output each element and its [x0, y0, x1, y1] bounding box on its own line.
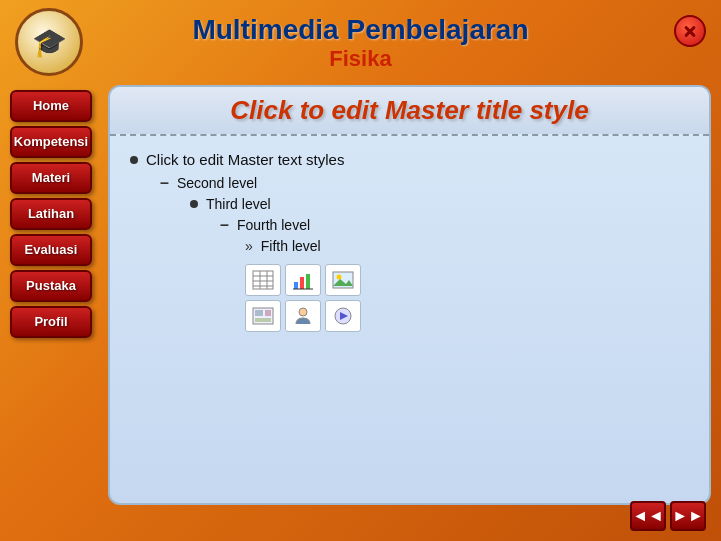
level2-text: Second level [177, 175, 257, 191]
app-title-line2: Fisika [192, 46, 528, 72]
sidebar-item-profil[interactable]: Profil [10, 306, 92, 338]
icon-chart[interactable] [285, 264, 321, 296]
logo-icon: 🎓 [32, 26, 67, 59]
level4-item: – Fourth level [220, 216, 689, 234]
icon-picture[interactable] [325, 264, 361, 296]
icon-row-2 [245, 300, 689, 332]
header: 🎓 Multimedia Pembelajaran Fisika [0, 0, 721, 85]
content-title-bar: Click to edit Master title style [110, 87, 709, 136]
icon-video[interactable] [325, 300, 361, 332]
sidebar-item-latihan[interactable]: Latihan [10, 198, 92, 230]
icon-table[interactable] [245, 264, 281, 296]
level1-item: Click to edit Master text styles [130, 151, 689, 168]
icon-grid [245, 264, 689, 332]
icon-person[interactable] [285, 300, 321, 332]
svg-rect-14 [255, 310, 263, 316]
sidebar-item-kompetensi[interactable]: Kompetensi [10, 126, 92, 158]
close-button[interactable] [674, 15, 706, 47]
content-area: Click to edit Master title style Click t… [108, 85, 711, 505]
master-title: Click to edit Master title style [125, 95, 694, 126]
bullet-icon [130, 156, 138, 164]
app-title-line1: Multimedia Pembelajaran [192, 14, 528, 46]
level2-item: – Second level [160, 174, 689, 192]
svg-rect-15 [265, 310, 271, 316]
sidebar: Home Kompetensi Materi Latihan Evaluasi … [10, 85, 100, 505]
logo: 🎓 [15, 8, 83, 76]
icon-row-1 [245, 264, 689, 296]
guillemet-icon: » [245, 238, 253, 254]
sidebar-item-evaluasi[interactable]: Evaluasi [10, 234, 92, 266]
level3-item: Third level [190, 196, 689, 212]
dash-icon: – [160, 174, 169, 192]
level5-item: » Fifth level [245, 238, 689, 254]
svg-rect-8 [306, 274, 310, 289]
sidebar-item-pustaka[interactable]: Pustaka [10, 270, 92, 302]
bullet-icon-3 [190, 200, 198, 208]
sidebar-item-materi[interactable]: Materi [10, 162, 92, 194]
text-content: Click to edit Master text styles – Secon… [110, 136, 709, 503]
sidebar-item-home[interactable]: Home [10, 90, 92, 122]
logo-circle: 🎓 [15, 8, 83, 76]
prev-button[interactable]: ◄◄ [630, 501, 666, 531]
bottom-nav: ◄◄ ►► [630, 501, 706, 531]
icon-image2[interactable] [245, 300, 281, 332]
level4-text: Fourth level [237, 217, 310, 233]
level1-text: Click to edit Master text styles [146, 151, 344, 168]
dash-icon-4: – [220, 216, 229, 234]
next-button[interactable]: ►► [670, 501, 706, 531]
level5-text: Fifth level [261, 238, 321, 254]
svg-rect-6 [294, 282, 298, 289]
header-title: Multimedia Pembelajaran Fisika [192, 14, 528, 72]
svg-point-17 [299, 308, 307, 316]
svg-point-11 [337, 275, 342, 280]
svg-rect-7 [300, 277, 304, 289]
svg-rect-16 [255, 318, 271, 322]
main-area: Home Kompetensi Materi Latihan Evaluasi … [10, 85, 711, 505]
level3-text: Third level [206, 196, 271, 212]
